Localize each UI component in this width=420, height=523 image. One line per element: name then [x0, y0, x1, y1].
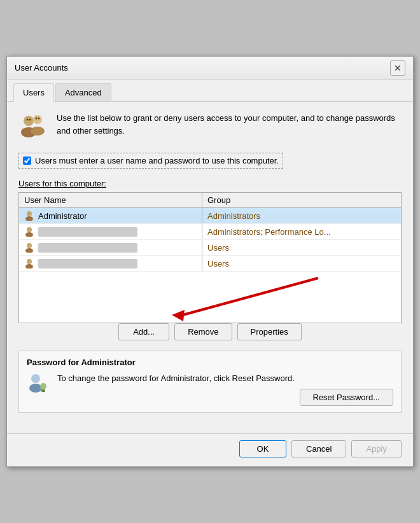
user-action-buttons: Add... Remove Properties [18, 323, 402, 340]
must-enter-password-checkbox[interactable] [23, 157, 31, 165]
remove-button[interactable]: Remove [174, 323, 232, 340]
svg-point-0 [24, 116, 34, 126]
cancel-button[interactable]: Cancel [291, 440, 346, 457]
table-row[interactable]: XXXXXXXXXXXXXXXXXX Administrators; Perfo… [19, 224, 401, 240]
arrow-annotation [19, 272, 401, 323]
user-group-icon [18, 112, 49, 143]
user-group-cell: Administrators; Performance Lo... [202, 225, 401, 239]
tab-bar: Users Advanced [7, 80, 413, 102]
svg-marker-18 [172, 310, 185, 321]
svg-point-14 [25, 248, 33, 253]
table-row[interactable]: Administrator Administrators [19, 208, 401, 224]
svg-rect-22 [41, 389, 45, 392]
users-section-label: Users for this computer: [18, 179, 402, 188]
svg-point-12 [25, 232, 33, 237]
user-name-cell: XXXXXXXXXXXXXXXXXX [19, 240, 202, 255]
svg-point-5 [29, 119, 31, 121]
user-name-redacted: XXXXXXXXXXXXXXXXXX [38, 243, 137, 253]
properties-button[interactable]: Properties [237, 323, 302, 340]
user-table: User Name Group Administrator Administra… [18, 192, 402, 323]
user-name-cell: XXXXXXXXXXXXXXXXXX [19, 256, 202, 271]
user-name: Administrator [38, 211, 87, 221]
user-group-cell: Users [202, 256, 401, 271]
user-accounts-dialog: User Accounts ✕ Users Advanced [6, 56, 414, 467]
checkbox-container: Users must enter a user name and passwor… [18, 153, 402, 169]
dialog-title: User Accounts [15, 63, 68, 73]
user-name-redacted: XXXXXXXXXXXXXXXXXX [38, 227, 137, 237]
ok-button[interactable]: OK [239, 440, 286, 457]
svg-point-20 [29, 384, 42, 393]
svg-point-15 [27, 259, 32, 264]
password-icon [27, 372, 50, 395]
close-button[interactable]: ✕ [390, 60, 405, 76]
checkbox-label[interactable]: Users must enter a user name and passwor… [18, 153, 283, 169]
apply-button[interactable]: Apply [351, 440, 402, 457]
svg-point-6 [36, 118, 38, 120]
svg-line-17 [178, 278, 318, 316]
password-text: To change the password for Administrator… [57, 372, 393, 385]
user-name-cell: XXXXXXXXXXXXXXXXXX [19, 224, 202, 239]
user-icon [24, 242, 34, 253]
svg-point-21 [40, 383, 46, 389]
reset-btn-row: Reset Password... [57, 389, 393, 406]
svg-point-9 [27, 211, 32, 216]
tab-users[interactable]: Users [13, 83, 54, 102]
svg-point-13 [27, 243, 32, 248]
user-group-cell: Users [202, 241, 401, 255]
user-name-cell: Administrator [19, 208, 202, 223]
svg-point-10 [25, 216, 33, 221]
dialog-footer: OK Cancel Apply [7, 433, 413, 466]
arrow-area [19, 272, 401, 323]
col-header-name: User Name [19, 193, 202, 207]
info-box: Use the list below to grant or deny user… [18, 112, 402, 143]
table-row[interactable]: XXXXXXXXXXXXXXXXXX Users [19, 256, 401, 272]
table-row[interactable]: XXXXXXXXXXXXXXXXXX Users [19, 240, 401, 256]
password-section: Password for Administrator To change the… [18, 351, 402, 413]
main-content: Use the list below to grant or deny user… [7, 102, 413, 433]
tab-advanced[interactable]: Advanced [55, 83, 111, 101]
user-icon [24, 211, 34, 221]
user-name-redacted: XXXXXXXXXXXXXXXXXX [38, 259, 137, 268]
user-group-cell: Administrators [202, 209, 401, 223]
svg-point-4 [27, 119, 29, 121]
user-icon [24, 227, 34, 237]
svg-point-3 [31, 127, 45, 136]
table-header: User Name Group [19, 193, 401, 208]
col-header-group: Group [202, 193, 401, 207]
add-button[interactable]: Add... [118, 323, 169, 340]
info-text: Use the list below to grant or deny user… [57, 112, 402, 137]
password-inner: To change the password for Administrator… [27, 372, 393, 406]
svg-point-19 [31, 374, 40, 383]
password-content: To change the password for Administrator… [57, 372, 393, 406]
reset-password-button[interactable]: Reset Password... [300, 389, 394, 406]
password-section-title: Password for Administrator [27, 358, 393, 367]
checkbox-text: Users must enter a user name and passwor… [35, 156, 279, 165]
svg-point-11 [27, 227, 32, 232]
svg-point-16 [25, 264, 33, 268]
svg-point-7 [38, 118, 40, 120]
title-bar: User Accounts ✕ [7, 57, 413, 80]
user-icon [24, 258, 34, 268]
